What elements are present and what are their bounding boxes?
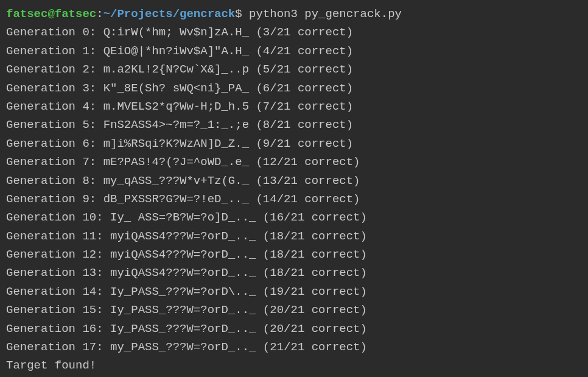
output-line: Generation 17: my_PASS_???W=?orD_.._ (21…: [6, 338, 582, 356]
output-line: Generation 3: K"_8E(Sh? sWQ<ni}_PA_ (6/2…: [6, 79, 582, 97]
output-line: Generation 5: FnS2ASS4>~?m=?_1:_.;e (8/2…: [6, 116, 582, 134]
output-line: Generation 8: my_qASS_???W*v+Tz(G._ (13/…: [6, 172, 582, 190]
output-line: Generation 14: Iy_PASS_???W=?orD\.._ (19…: [6, 283, 582, 301]
output-line: Generation 0: Q:irW(*hm; Wv$n]zA.H_ (3/2…: [6, 23, 582, 41]
output-line: Generation 1: QEiO@|*hn?iWv$A]"A.H_ (4/2…: [6, 42, 582, 60]
output-line: Generation 9: dB_PXSSR?G?W=?!eD_.._ (14/…: [6, 190, 582, 208]
prompt-path: ~/Projects/gencrack: [103, 7, 236, 21]
prompt-colon: :: [96, 7, 103, 21]
prompt-user-host: fatsec@fatsec: [6, 7, 96, 21]
output-line: Generation 13: myiQASS4???W=?orD_.._ (18…: [6, 264, 582, 282]
output-final: Target found!: [6, 356, 582, 375]
prompt-command: python3 py_gencrack.py: [249, 7, 402, 21]
output-line: Generation 11: myiQASS4???W=?orD_.._ (18…: [6, 227, 582, 245]
prompt-dollar: $: [235, 7, 249, 21]
output-line: Generation 2: m.a2KL!2{N?Cw`X&]_..p (5/2…: [6, 60, 582, 79]
output-line: Generation 12: myiQASS4???W=?orD_.._ (18…: [6, 245, 582, 264]
output-line: Generation 15: Iy_PASS_???W=?orD_.._ (20…: [6, 301, 582, 319]
output-line: Generation 6: m]i%RSqi?K?WzAN]D_Z._ (9/2…: [6, 135, 582, 153]
output-line: Generation 10: Iy_ ASS=?B?W=?o]D_.._ (16…: [6, 208, 582, 227]
output-line: Generation 16: Iy_PASS_???W=?orD_.._ (20…: [6, 320, 582, 338]
output-line: Generation 7: mE?PAS!4?(?J=^oWD_.e_ (12/…: [6, 153, 582, 171]
terminal-prompt-line: fatsec@fatsec:~/Projects/gencrack$ pytho…: [6, 5, 582, 23]
output-line: Generation 4: m.MVELS2*q?Ww-H;D_h.5 (7/2…: [6, 97, 582, 116]
